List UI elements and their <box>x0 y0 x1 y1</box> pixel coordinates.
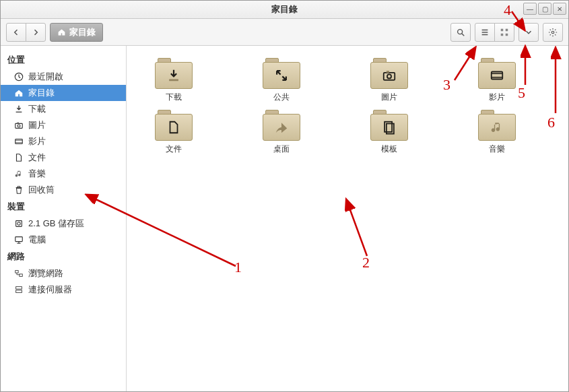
sidebar-item-label: 最近開啟 <box>28 71 63 83</box>
computer-icon <box>14 235 24 244</box>
close-button[interactable]: ✕ <box>553 3 566 15</box>
folder-label: 桌面 <box>273 143 290 155</box>
view-options-button[interactable] <box>518 23 539 42</box>
sidebar-item-label: 下載 <box>28 103 46 115</box>
sidebar-item-label: 2.1 GB 儲存區 <box>28 218 84 230</box>
path-label: 家目錄 <box>69 26 96 38</box>
sidebar-item[interactable]: 電腦 <box>1 232 126 248</box>
folder-item[interactable]: 桌面 <box>241 110 322 155</box>
sidebar-item-label: 家目錄 <box>28 87 55 99</box>
folder-icon <box>370 110 408 141</box>
folder-item[interactable]: 公共 <box>241 58 322 103</box>
sidebar-item-label: 文件 <box>28 152 46 164</box>
server-icon <box>14 285 24 294</box>
sidebar-item[interactable]: 音樂 <box>1 166 126 182</box>
folder-label: 模板 <box>381 143 397 155</box>
clock-icon <box>14 72 24 81</box>
folder-item[interactable]: 音樂 <box>457 110 537 155</box>
folder-label: 公共 <box>273 92 290 103</box>
sidebar-item[interactable]: 圖片 <box>1 117 126 133</box>
path-home-button[interactable]: 家目錄 <box>50 23 103 42</box>
sidebar-item-label: 連接伺服器 <box>28 284 72 296</box>
folder-label: 圖片 <box>381 92 397 103</box>
trash-icon <box>14 185 24 195</box>
home-icon <box>14 88 24 98</box>
list-icon <box>480 28 490 37</box>
sidebar-section-label: 裝置 <box>1 198 126 216</box>
folder-icon <box>478 58 516 89</box>
folder-icon <box>155 58 193 89</box>
sidebar-item-label: 電腦 <box>28 234 46 246</box>
window-title: 家目錄 <box>271 3 298 15</box>
titlebar: 家目錄 — ▢ ✕ <box>1 1 568 19</box>
folder-icon <box>263 58 300 89</box>
sidebar-item[interactable]: 下載 <box>1 101 126 117</box>
settings-button[interactable] <box>543 23 563 42</box>
sidebar-section-label: 位置 <box>1 51 126 69</box>
folder-item[interactable]: 影片 <box>457 58 537 103</box>
minimize-button[interactable]: — <box>523 3 537 15</box>
view-grid-button[interactable] <box>494 23 514 42</box>
sidebar-section-label: 網路 <box>1 248 126 265</box>
search-button[interactable] <box>450 23 471 42</box>
video-icon <box>14 137 24 146</box>
folder-icon <box>263 110 300 141</box>
sidebar-item-label: 音樂 <box>28 168 46 180</box>
view-list-button[interactable] <box>475 23 495 42</box>
sidebar-item[interactable]: 瀏覽網路 <box>1 265 126 282</box>
sidebar-item-label: 圖片 <box>28 119 46 131</box>
sidebar: 位置最近開啟家目錄下載圖片影片文件音樂回收筒裝置2.1 GB 儲存區電腦網路瀏覽… <box>1 46 127 391</box>
download-icon <box>14 104 24 114</box>
network-icon <box>14 269 24 278</box>
sidebar-item[interactable]: 文件 <box>1 150 126 166</box>
sidebar-item-label: 影片 <box>28 135 46 148</box>
folder-label: 下載 <box>166 92 182 103</box>
folder-label: 文件 <box>166 143 182 155</box>
folder-icon <box>155 110 193 141</box>
chevron-down-icon <box>524 28 533 37</box>
sidebar-item[interactable]: 回收筒 <box>1 182 126 198</box>
gear-icon <box>548 28 558 37</box>
back-button[interactable] <box>6 23 26 42</box>
sidebar-item[interactable]: 家目錄 <box>1 85 126 101</box>
folder-item[interactable]: 文件 <box>133 110 214 155</box>
grid-icon <box>500 28 509 37</box>
folder-item[interactable]: 模板 <box>349 110 430 155</box>
sidebar-item[interactable]: 影片 <box>1 133 126 150</box>
sidebar-item-label: 瀏覽網路 <box>28 267 63 280</box>
disk-icon <box>14 219 24 228</box>
folder-icon <box>478 110 516 141</box>
sidebar-item[interactable]: 連接伺服器 <box>1 282 126 298</box>
content-pane[interactable]: 下載公共圖片影片文件桌面模板音樂 <box>127 46 568 391</box>
home-icon <box>57 28 66 36</box>
folder-item[interactable]: 圖片 <box>349 58 430 103</box>
maximize-button[interactable]: ▢ <box>538 3 551 15</box>
toolbar: 家目錄 <box>1 19 568 46</box>
search-icon <box>456 28 465 37</box>
document-icon <box>14 153 24 162</box>
forward-button[interactable] <box>26 23 46 42</box>
sidebar-item-label: 回收筒 <box>28 184 55 196</box>
folder-icon <box>370 58 408 89</box>
file-manager-window: 家目錄 — ▢ ✕ 家目錄 位置最近開啟家目錄下載圖片影片文件音樂回收筒裝置2.… <box>0 0 569 392</box>
folder-label: 影片 <box>489 92 505 103</box>
sidebar-item[interactable]: 2.1 GB 儲存區 <box>1 216 126 232</box>
music-icon <box>14 169 24 178</box>
sidebar-item[interactable]: 最近開啟 <box>1 69 126 85</box>
camera-icon <box>14 121 24 130</box>
folder-label: 音樂 <box>489 143 505 155</box>
folder-item[interactable]: 下載 <box>133 58 214 103</box>
window-controls: — ▢ ✕ <box>523 3 566 15</box>
